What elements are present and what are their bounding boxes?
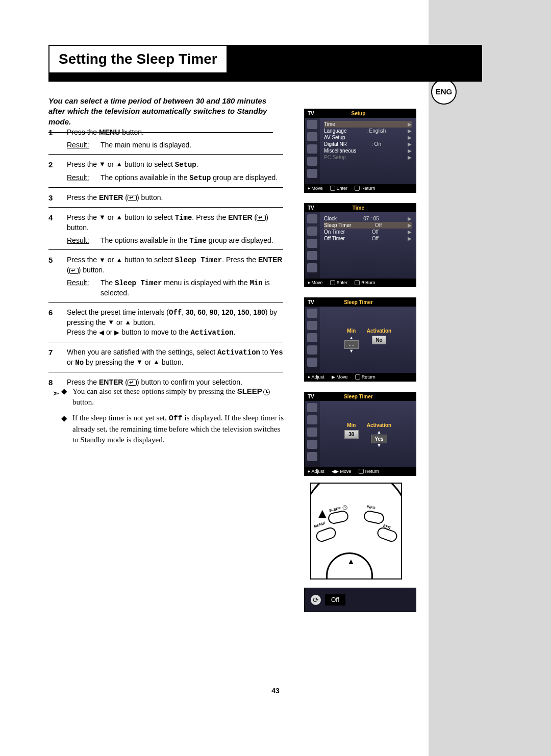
- off-value: Off: [325, 594, 345, 606]
- osd-side-icon: [307, 333, 317, 342]
- osd-side-icon: [307, 214, 317, 223]
- right-triangle-icon: ▶: [332, 374, 335, 380]
- diamond-bullet-icon: ◆: [61, 386, 72, 408]
- up-triangle-icon: ▲: [367, 430, 391, 435]
- enter-icon: [330, 280, 335, 285]
- osd-side-icon: [307, 157, 317, 166]
- osd-side-icon: [307, 440, 317, 449]
- steps-list: 1 Press the MENU button. Result: The mai…: [48, 122, 283, 395]
- clock-icon: [263, 389, 270, 395]
- sleep-icon: ⟳: [311, 595, 321, 605]
- down-triangle-icon: ▼: [136, 358, 143, 366]
- down-triangle-icon: ▼: [99, 256, 106, 264]
- menu-item: Off TimerOff▶: [324, 235, 412, 242]
- diamond-bullet-icon: ◆: [61, 413, 72, 445]
- osd-side-icon: [307, 263, 317, 272]
- step-4: 4 Press the ▼ or ▲ button to select Time…: [48, 213, 283, 250]
- remote-menu-button: [314, 526, 337, 543]
- clock-icon: [342, 505, 348, 511]
- language-badge: ENG: [431, 79, 457, 105]
- return-icon: [355, 186, 360, 191]
- down-triangle-icon: ▼: [99, 213, 106, 221]
- osd-sleep-timer-1: TVSleep Timer Min ▲ - - ▼ Activation No: [304, 297, 416, 382]
- activation-value: Yes: [371, 435, 387, 443]
- menu-item: Digital NR: On▶: [324, 141, 412, 147]
- step-7: 7 When you are satisfied with the settin…: [48, 347, 283, 372]
- osd-side-icon: [307, 169, 317, 178]
- osd-side-icon: [307, 226, 317, 236]
- return-icon: [355, 374, 360, 380]
- leftright-icon: ◀▶: [332, 469, 339, 474]
- menu-item: Sleep TimerOff▶: [324, 222, 412, 229]
- up-triangle-icon: ▲: [116, 160, 122, 168]
- activation-value: No: [372, 336, 386, 344]
- remote-nav-wheel: ▲: [326, 552, 373, 579]
- return-icon: [355, 280, 360, 285]
- osd-side-icon: [307, 321, 317, 330]
- osd-side-icon: [307, 251, 317, 260]
- osd-sleep-timer-2: TVSleep Timer Min 30 Activation ▲ Yes ▼: [304, 392, 416, 476]
- right-triangle-icon: ▶: [114, 329, 119, 336]
- osd-side-icon: [307, 132, 317, 141]
- menu-item: AV Setup▶: [324, 134, 412, 141]
- osd-side-icon: [307, 403, 317, 412]
- osd-side-icon: [307, 358, 317, 367]
- up-triangle-icon: ▲: [347, 557, 355, 566]
- osd-time: TVTime Clock07 : 05▶ Sleep TimerOff▶ On …: [304, 203, 416, 287]
- up-triangle-icon: ▲: [116, 256, 122, 264]
- note-pointer-icon: ➣: [52, 387, 60, 400]
- updown-icon: ♦: [308, 280, 310, 285]
- updown-icon: ♦: [308, 469, 310, 474]
- updown-icon: ♦: [308, 186, 310, 191]
- step-5: 5 Press the ▼ or ▲ button to select Slee…: [48, 255, 283, 303]
- menu-item: Language: English▶: [324, 128, 412, 134]
- updown-icon: ♦: [308, 374, 310, 380]
- up-triangle-icon: ▲: [116, 213, 122, 221]
- menu-item: Time▶: [324, 121, 412, 128]
- min-value: 30: [344, 430, 359, 439]
- down-triangle-icon: ▼: [367, 443, 391, 448]
- osd-side-icon: [307, 415, 317, 424]
- enter-icon: [128, 380, 137, 386]
- down-triangle-icon: ▼: [108, 318, 114, 326]
- osd-side-icon: [307, 452, 317, 461]
- osd-side-icon: [307, 239, 317, 248]
- step-3: 3 Press the ENTER () button.: [48, 193, 283, 208]
- step-6: 6 Select the preset time intervals (Off,…: [48, 308, 283, 342]
- menu-item: PC Setup▶: [324, 154, 412, 161]
- down-triangle-icon: ▼: [344, 349, 359, 354]
- step-1: 1 Press the MENU button. Result: The mai…: [48, 128, 283, 155]
- enter-icon: [69, 268, 79, 274]
- up-triangle-icon: ▲: [124, 318, 131, 326]
- osd-side-icon: [307, 345, 317, 355]
- osd-setup: TVSetup Time▶ Language: English▶ AV Setu…: [304, 109, 416, 193]
- enter-icon: [257, 215, 266, 221]
- menu-item: Miscellaneous▶: [324, 147, 412, 154]
- remote-info-button: [363, 510, 385, 525]
- enter-icon: [128, 195, 137, 201]
- up-triangle-icon: ▲: [344, 336, 359, 340]
- osd-off-indicator: ⟳ Off: [304, 588, 416, 612]
- enter-icon: [330, 186, 335, 191]
- menu-item: On TimerOff▶: [324, 229, 412, 235]
- return-icon: [359, 469, 364, 474]
- osd-side-icon: [307, 120, 317, 129]
- step-2: 2 Press the ▼ or ▲ button to select Setu…: [48, 160, 283, 188]
- page-title: Setting the Sleep Timer: [49, 46, 227, 73]
- osd-side-icon: [307, 427, 317, 437]
- notes-block: ➣ ◆ You can also set these options simpl…: [61, 386, 286, 450]
- osd-side-icon: [307, 144, 317, 154]
- down-triangle-icon: ▼: [99, 160, 106, 168]
- min-value: - -: [344, 340, 359, 349]
- highlight-arrow-icon: ▲: [316, 506, 329, 521]
- remote-illustration: SLEEP INFO MENU/ EXIT ▲ ▲: [310, 483, 402, 579]
- menu-item: Clock07 : 05▶: [324, 215, 412, 222]
- page-title-bar: Setting the Sleep Timer: [48, 45, 482, 82]
- page-number: 43: [0, 687, 551, 695]
- up-triangle-icon: ▲: [153, 358, 160, 366]
- left-triangle-icon: ◀: [99, 329, 104, 336]
- osd-side-icon: [307, 309, 317, 318]
